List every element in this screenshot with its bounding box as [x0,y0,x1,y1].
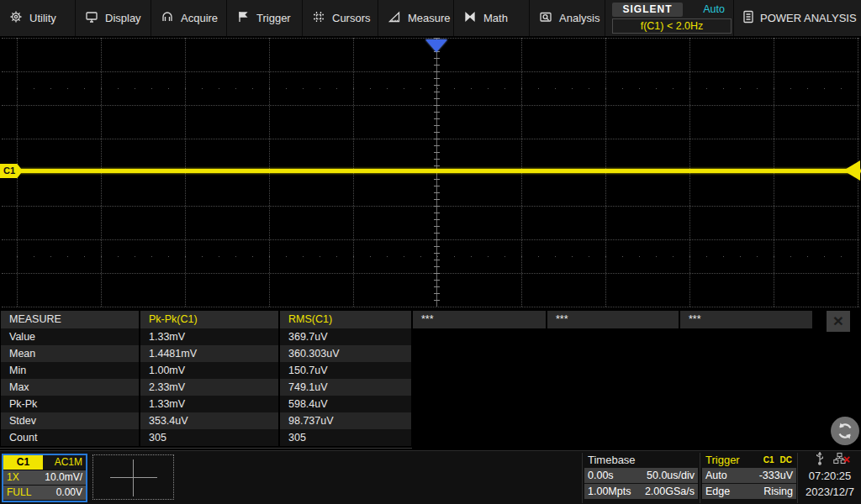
menu-power-analysis[interactable]: POWER ANALYSIS [733,0,861,36]
measure-row: Pk-Pk 1.33mV 598.4uV [1,396,861,412]
plus-icon [133,459,134,496]
menu-analysis[interactable]: Analysis [530,0,605,36]
brand-status-cluster: SIGLENT Auto f(C1) < 2.0Hz [610,0,733,36]
measure-divider [0,448,412,449]
channel-offset: 0.00V [56,486,82,500]
trigger-row: Auto -333uV [702,468,796,483]
measure-row: Stdev 353.4uV 98.737uV [1,412,861,429]
menu-label: Cursors [332,12,371,24]
gridline [2,139,859,139]
timebase-title: Timebase [584,452,698,468]
probe-attenuation: 1X [7,470,19,485]
row-label: Min [1,362,139,379]
trigger-coupling-badge: DC [779,454,794,465]
row-value: 353.4uV [140,412,278,429]
measure-col-empty[interactable]: *** [413,311,546,328]
menu-label: Analysis [559,12,600,24]
menu-math[interactable]: Math [454,0,530,36]
channel-row: C1 AC1M [3,455,86,470]
row-label: Value [1,328,139,345]
row-label: Stdev [1,412,139,429]
row-value: 98.737uV [280,412,411,429]
add-channel-placeholder[interactable] [92,454,174,500]
menu-utility[interactable]: Utility [0,0,76,36]
measure-title: MEASURE [1,311,139,328]
channel1-offset-marker[interactable]: C1 [0,164,23,178]
measure-col-rms[interactable]: RMS(C1) [280,311,411,328]
clock-date: 2023/12/7 [799,484,861,500]
row-value: 305 [280,429,411,446]
divider [700,453,700,503]
circular-arrows-icon [834,420,856,442]
row-value: 1.33mV [140,396,278,412]
menu-measure[interactable]: Measure [378,0,454,36]
gridline [2,273,859,274]
gridline [2,105,859,106]
timebase-descriptor[interactable]: Timebase 0.00s 50.0us/div 1.00Mpts 2.00G… [584,452,698,500]
menu-label: Display [105,12,141,24]
timebase-row: 0.00s 50.0us/div [584,468,698,483]
bottom-info-bar: C1 AC1M 1X 10.0mV/ FULL 0.00V Timebase 0… [0,450,861,504]
siglent-logo: SIGLENT [612,3,683,17]
menu-label: Trigger [256,12,291,24]
lan-disconnected-icon: × [833,452,846,468]
trigger-level: -333uV [759,468,793,483]
waveform-display: C1 [0,36,861,309]
channel-row: FULL 0.00V [3,486,86,500]
measure-col-pkpk[interactable]: Pk-Pk(C1) [140,311,278,328]
measure-col-empty[interactable]: *** [680,311,812,328]
trigger-mode: Auto [705,468,727,483]
timebase-delay: 0.00s [588,468,614,483]
flag-icon [236,10,250,26]
row-value: 749.1uV [280,379,411,396]
clock-time: 07:20:25 [799,468,861,484]
row-label: Count [1,429,139,446]
memory-depth: 1.00Mpts [588,484,631,499]
measure-col-empty[interactable]: *** [547,311,679,328]
oscilloscope-screen: Utility Display Acquire Trigger Cursors … [0,0,861,504]
menu-label: Utility [29,12,56,24]
timebase-row: 1.00Mpts 2.00GSa/s [584,484,698,499]
power-analysis-label: POWER ANALYSIS [760,12,857,24]
row-label: Max [1,379,139,396]
folder-magnifier-icon [539,10,552,26]
measure-header-row: MEASURE Pk-Pk(C1) RMS(C1) *** *** *** [1,311,861,328]
gridline [2,38,859,39]
gridline [2,239,859,240]
channel-name-badge: C1 [3,455,43,470]
row-value: 369.7uV [280,328,411,345]
gridline [2,71,859,72]
sample-rate: 2.00GSa/s [645,484,695,499]
gridline [2,307,859,307]
measure-row: Mean 1.4481mV 360.303uV [1,345,861,362]
menu-acquire[interactable]: Acquire [151,0,227,36]
document-icon [742,10,754,26]
measure-row: Min 1.00mV 150.7uV [1,362,861,379]
channel1-descriptor[interactable]: C1 AC1M 1X 10.0mV/ FULL 0.00V [2,454,87,502]
measure-row: Count 305 305 [1,429,861,446]
trigger-descriptor[interactable]: Trigger C1 DC Auto -333uV Edge Rising [702,452,796,500]
trigger-title: Trigger [705,454,762,466]
row-value: 1.4481mV [140,345,278,362]
divider [582,453,583,503]
ruler-triangle-icon [388,10,401,26]
monitor-icon [85,10,98,26]
measure-row: Value 1.33mV 369.7uV [1,328,861,345]
row-value: 598.4uV [280,396,411,412]
status-icons: × [799,452,861,468]
timebase-scale: 50.0us/div [647,468,695,483]
gridline [2,206,859,207]
menu-trigger[interactable]: Trigger [227,0,303,36]
gear-icon [9,10,23,26]
menu-cursors[interactable]: Cursors [303,0,378,36]
channel1-trace[interactable] [0,169,861,173]
row-value: 360.303uV [280,345,411,362]
trigger-header: Trigger C1 DC [702,452,796,468]
close-icon[interactable]: × [827,311,850,332]
trigger-position-marker[interactable] [425,39,447,52]
trigger-level-marker[interactable] [843,160,860,181]
trigger-source-badge: C1 [762,454,776,465]
menu-display[interactable]: Display [76,0,151,36]
bowtie-icon [463,10,477,26]
reset-statistics-button[interactable] [831,417,859,445]
